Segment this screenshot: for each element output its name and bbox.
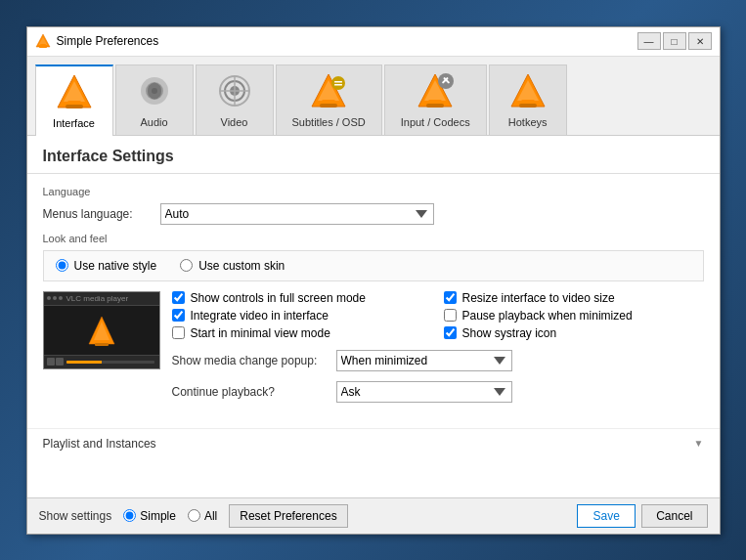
tab-subtitles-label: Subtitles / OSD: [292, 116, 366, 128]
checkbox-fullscreen-label: Show controls in full screen mode: [191, 291, 366, 305]
all-radio-label: All: [204, 509, 217, 523]
all-radio-input[interactable]: [188, 509, 200, 522]
svg-rect-7: [66, 105, 83, 108]
hotkeys-tab-icon: [508, 71, 548, 112]
svg-point-20: [331, 76, 345, 90]
video-tab-icon: [215, 71, 254, 112]
page-title: Interface Settings: [43, 148, 704, 165]
continue-playback-label: Continue playback?: [172, 385, 329, 399]
checkbox-pause-input[interactable]: [444, 309, 457, 322]
tab-bar: Interface Audio: [27, 57, 720, 136]
checkbox-pause-label: Pause playback when minimized: [462, 309, 633, 323]
input-tab-icon: [416, 71, 455, 112]
checkbox-integrate-input[interactable]: [172, 309, 185, 322]
footer: Show settings Simple All Reset Preferenc…: [27, 497, 720, 534]
custom-skin-label: Use custom skin: [198, 259, 285, 273]
tab-hotkeys[interactable]: Hotkeys: [489, 65, 567, 135]
svg-rect-26: [426, 104, 444, 108]
titlebar: Simple Preferences — □ ✕: [27, 27, 720, 57]
menus-language-select[interactable]: Auto English French German Spanish: [160, 203, 434, 225]
titlebar-buttons: — □ ✕: [637, 32, 712, 50]
svg-rect-37: [95, 343, 109, 346]
media-popup-row: Show media change popup: When minimized …: [172, 350, 704, 371]
checkbox-pause[interactable]: Pause playback when minimized: [444, 309, 704, 323]
show-settings-label: Show settings: [39, 509, 112, 523]
continue-playback-row: Continue playback? Ask Always Never: [172, 381, 704, 403]
minimize-button[interactable]: —: [637, 32, 661, 50]
titlebar-left: Simple Preferences: [35, 33, 159, 49]
tab-video-label: Video: [221, 116, 248, 128]
checkbox-systray-input[interactable]: [444, 326, 457, 339]
native-style-label: Use native style: [74, 259, 157, 273]
checkbox-fullscreen[interactable]: Show controls in full screen mode: [172, 291, 432, 305]
skin-radio-group: Use native style Use custom skin: [43, 250, 704, 281]
playlist-section[interactable]: Playlist and Instances ▼: [27, 428, 720, 458]
tab-audio[interactable]: Audio: [115, 65, 194, 135]
footer-left: Show settings Simple All Reset Preferenc…: [39, 504, 348, 528]
checkbox-minimal-label: Start in minimal view mode: [191, 326, 330, 340]
checkbox-systray-label: Show systray icon: [462, 326, 557, 340]
playlist-arrow-icon: ▼: [694, 438, 704, 449]
tab-interface-label: Interface: [53, 117, 95, 129]
preferences-window: Simple Preferences — □ ✕ Interface: [26, 26, 721, 535]
checkbox-resize-input[interactable]: [444, 291, 457, 304]
checkbox-resize[interactable]: Resize interface to video size: [444, 291, 704, 305]
svg-rect-3: [39, 47, 47, 49]
svg-rect-33: [519, 104, 537, 108]
checkboxes-col: Show controls in full screen mode Resize…: [172, 291, 704, 409]
svg-rect-22: [334, 84, 342, 86]
custom-skin-radio-input[interactable]: [180, 259, 193, 272]
content-area: Interface Settings Language Menus langua…: [27, 136, 720, 497]
menus-language-label: Menus language:: [43, 207, 160, 221]
simple-radio[interactable]: Simple: [123, 509, 176, 523]
checkbox-fullscreen-input[interactable]: [172, 291, 185, 304]
content-header: Interface Settings: [27, 136, 720, 174]
svg-rect-21: [334, 81, 342, 83]
look-feel-section-label: Look and feel: [43, 233, 704, 244]
media-popup-label: Show media change popup:: [172, 354, 329, 367]
preview-main: [44, 306, 159, 355]
preview-cone-icon: [87, 315, 116, 346]
native-style-radio[interactable]: Use native style: [56, 259, 157, 273]
tab-input[interactable]: Input / Codecs: [384, 65, 487, 135]
close-button[interactable]: ✕: [688, 32, 712, 50]
tab-subtitles[interactable]: Subtitles / OSD: [276, 65, 382, 135]
cancel-button[interactable]: Cancel: [641, 504, 707, 528]
checkbox-integrate-label: Integrate video in interface: [191, 309, 329, 323]
tab-input-label: Input / Codecs: [401, 116, 470, 128]
checkbox-minimal-input[interactable]: [172, 326, 185, 339]
all-radio[interactable]: All: [188, 509, 217, 523]
save-button[interactable]: Save: [577, 504, 636, 528]
continue-playback-select[interactable]: Ask Always Never: [336, 381, 512, 403]
footer-right: Save Cancel: [577, 504, 707, 528]
preview-top: VLC media player: [44, 292, 159, 306]
video-preview: VLC media player: [43, 291, 160, 369]
subtitles-tab-icon: [309, 71, 348, 112]
svg-rect-19: [320, 104, 337, 108]
simple-radio-label: Simple: [140, 509, 176, 523]
titlebar-title: Simple Preferences: [57, 34, 159, 48]
language-section-label: Language: [43, 186, 704, 197]
svg-point-10: [152, 88, 157, 94]
tab-hotkeys-label: Hotkeys: [508, 116, 548, 128]
checkboxes-grid: Show controls in full screen mode Resize…: [172, 291, 704, 340]
vlc-icon: [35, 33, 51, 49]
checkbox-integrate[interactable]: Integrate video in interface: [172, 309, 432, 323]
preview-controls: [44, 355, 159, 368]
audio-tab-icon: [135, 71, 174, 112]
simple-radio-input[interactable]: [123, 509, 136, 522]
tab-interface[interactable]: Interface: [35, 65, 113, 135]
native-style-radio-input[interactable]: [56, 259, 68, 272]
checkbox-resize-label: Resize interface to video size: [462, 291, 615, 305]
checkbox-minimal[interactable]: Start in minimal view mode: [172, 326, 432, 340]
tab-video[interactable]: Video: [196, 65, 274, 135]
custom-skin-radio[interactable]: Use custom skin: [180, 259, 285, 273]
checkbox-systray[interactable]: Show systray icon: [444, 326, 704, 340]
media-popup-select[interactable]: When minimized Never Always: [336, 350, 512, 371]
reset-preferences-button[interactable]: Reset Preferences: [229, 504, 347, 528]
preview-area: VLC media player: [43, 291, 704, 409]
playlist-section-label: Playlist and Instances: [43, 437, 156, 451]
interface-tab-icon: [55, 72, 94, 113]
maximize-button[interactable]: □: [663, 32, 686, 50]
language-row: Menus language: Auto English French Germ…: [43, 203, 704, 225]
